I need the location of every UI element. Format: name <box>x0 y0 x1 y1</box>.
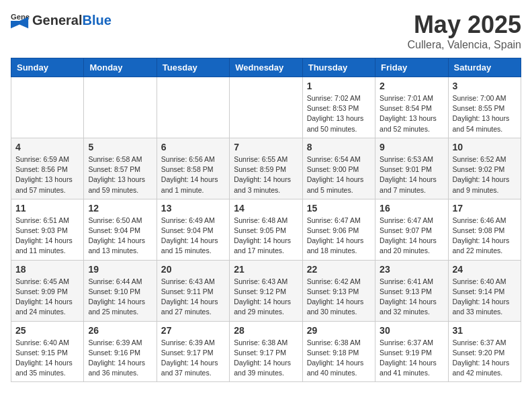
logo-general-text: General <box>32 13 82 28</box>
day-number: 15 <box>307 203 371 214</box>
day-number: 8 <box>307 142 371 152</box>
weekday-header-thursday: Thursday <box>302 58 375 77</box>
location-subtitle: Cullera, Valencia, Spain <box>407 39 521 51</box>
day-info: Sunrise: 6:39 AMSunset: 9:16 PMDaylight:… <box>88 338 152 379</box>
calendar-cell: 25Sunrise: 6:40 AMSunset: 9:15 PMDayligh… <box>11 321 84 382</box>
day-number: 20 <box>161 264 225 275</box>
weekday-header-wednesday: Wednesday <box>230 58 302 77</box>
calendar-cell: 1Sunrise: 7:02 AMSunset: 8:53 PMDaylight… <box>302 77 375 138</box>
calendar-cell: 27Sunrise: 6:39 AMSunset: 9:17 PMDayligh… <box>157 321 229 382</box>
calendar-cell: 10Sunrise: 6:52 AMSunset: 9:02 PMDayligh… <box>448 138 521 199</box>
day-info: Sunrise: 7:00 AMSunset: 8:55 PMDaylight:… <box>453 93 517 134</box>
day-number: 29 <box>307 325 371 336</box>
day-number: 22 <box>307 264 371 275</box>
calendar-cell <box>84 77 157 138</box>
calendar-cell: 17Sunrise: 6:46 AMSunset: 9:08 PMDayligh… <box>448 199 521 260</box>
day-info: Sunrise: 6:41 AMSunset: 9:13 PMDaylight:… <box>380 277 443 318</box>
day-info: Sunrise: 6:47 AMSunset: 9:07 PMDaylight:… <box>380 216 443 257</box>
day-info: Sunrise: 6:44 AMSunset: 9:10 PMDaylight:… <box>88 277 152 318</box>
day-info: Sunrise: 6:45 AMSunset: 9:09 PMDaylight:… <box>15 277 79 318</box>
calendar-cell: 31Sunrise: 6:37 AMSunset: 9:20 PMDayligh… <box>448 321 521 382</box>
calendar-cell: 4Sunrise: 6:59 AMSunset: 8:56 PMDaylight… <box>11 138 84 199</box>
day-info: Sunrise: 6:37 AMSunset: 9:19 PMDaylight:… <box>380 338 443 379</box>
day-info: Sunrise: 6:55 AMSunset: 8:59 PMDaylight:… <box>234 154 298 195</box>
calendar-cell: 9Sunrise: 6:53 AMSunset: 9:01 PMDaylight… <box>375 138 448 199</box>
day-number: 5 <box>88 142 152 152</box>
day-number: 18 <box>15 264 79 275</box>
day-number: 28 <box>234 325 298 336</box>
calendar-cell: 29Sunrise: 6:38 AMSunset: 9:18 PMDayligh… <box>302 321 375 382</box>
day-number: 25 <box>15 325 79 336</box>
day-info: Sunrise: 7:02 AMSunset: 8:53 PMDaylight:… <box>307 93 371 134</box>
calendar-table: SundayMondayTuesdayWednesdayThursdayFrid… <box>11 58 521 382</box>
day-number: 9 <box>380 142 443 152</box>
header: General General Blue May 2025 Cullera, V… <box>11 11 521 51</box>
day-number: 13 <box>161 203 225 214</box>
calendar-cell: 23Sunrise: 6:41 AMSunset: 9:13 PMDayligh… <box>375 260 448 321</box>
calendar-week-row: 4Sunrise: 6:59 AMSunset: 8:56 PMDaylight… <box>11 138 521 199</box>
day-info: Sunrise: 6:56 AMSunset: 8:58 PMDaylight:… <box>161 154 225 195</box>
calendar-cell: 7Sunrise: 6:55 AMSunset: 8:59 PMDaylight… <box>230 138 302 199</box>
day-info: Sunrise: 6:37 AMSunset: 9:20 PMDaylight:… <box>453 338 517 379</box>
day-info: Sunrise: 6:48 AMSunset: 9:05 PMDaylight:… <box>234 216 298 257</box>
calendar-cell <box>230 77 302 138</box>
day-number: 19 <box>88 264 152 275</box>
day-number: 26 <box>88 325 152 336</box>
calendar-cell: 12Sunrise: 6:50 AMSunset: 9:04 PMDayligh… <box>84 199 157 260</box>
calendar-week-row: 25Sunrise: 6:40 AMSunset: 9:15 PMDayligh… <box>11 321 521 382</box>
calendar-week-row: 18Sunrise: 6:45 AMSunset: 9:09 PMDayligh… <box>11 260 521 321</box>
day-number: 21 <box>234 264 298 275</box>
calendar-cell: 2Sunrise: 7:01 AMSunset: 8:54 PMDaylight… <box>375 77 448 138</box>
calendar-cell: 8Sunrise: 6:54 AMSunset: 9:00 PMDaylight… <box>302 138 375 199</box>
day-info: Sunrise: 6:40 AMSunset: 9:14 PMDaylight:… <box>453 277 517 318</box>
calendar-cell <box>11 77 84 138</box>
calendar-cell: 21Sunrise: 6:43 AMSunset: 9:12 PMDayligh… <box>230 260 302 321</box>
calendar-cell: 14Sunrise: 6:48 AMSunset: 9:05 PMDayligh… <box>230 199 302 260</box>
day-number: 23 <box>380 264 443 275</box>
day-info: Sunrise: 6:39 AMSunset: 9:17 PMDaylight:… <box>161 338 225 379</box>
calendar-cell: 28Sunrise: 6:38 AMSunset: 9:17 PMDayligh… <box>230 321 302 382</box>
day-info: Sunrise: 6:51 AMSunset: 9:03 PMDaylight:… <box>15 216 79 257</box>
day-info: Sunrise: 6:38 AMSunset: 9:17 PMDaylight:… <box>234 338 298 379</box>
calendar-cell: 19Sunrise: 6:44 AMSunset: 9:10 PMDayligh… <box>84 260 157 321</box>
weekday-header-monday: Monday <box>84 58 157 77</box>
logo: General General Blue <box>11 11 112 30</box>
day-info: Sunrise: 6:42 AMSunset: 9:13 PMDaylight:… <box>307 277 371 318</box>
day-info: Sunrise: 6:43 AMSunset: 9:11 PMDaylight:… <box>161 277 225 318</box>
day-number: 17 <box>453 203 517 214</box>
day-number: 3 <box>453 81 517 91</box>
calendar-week-row: 1Sunrise: 7:02 AMSunset: 8:53 PMDaylight… <box>11 77 521 138</box>
day-number: 24 <box>453 264 517 275</box>
day-info: Sunrise: 6:54 AMSunset: 9:00 PMDaylight:… <box>307 154 371 195</box>
calendar-cell <box>157 77 229 138</box>
svg-marker-1 <box>11 21 28 28</box>
day-info: Sunrise: 6:46 AMSunset: 9:08 PMDaylight:… <box>453 216 517 257</box>
calendar-week-row: 11Sunrise: 6:51 AMSunset: 9:03 PMDayligh… <box>11 199 521 260</box>
calendar-cell: 6Sunrise: 6:56 AMSunset: 8:58 PMDaylight… <box>157 138 229 199</box>
calendar-cell: 20Sunrise: 6:43 AMSunset: 9:11 PMDayligh… <box>157 260 229 321</box>
month-title: May 2025 <box>407 11 521 39</box>
calendar-cell: 26Sunrise: 6:39 AMSunset: 9:16 PMDayligh… <box>84 321 157 382</box>
calendar-cell: 13Sunrise: 6:49 AMSunset: 9:04 PMDayligh… <box>157 199 229 260</box>
day-number: 1 <box>307 81 371 91</box>
day-info: Sunrise: 7:01 AMSunset: 8:54 PMDaylight:… <box>380 93 443 134</box>
day-number: 14 <box>234 203 298 214</box>
day-number: 27 <box>161 325 225 336</box>
day-info: Sunrise: 6:43 AMSunset: 9:12 PMDaylight:… <box>234 277 298 318</box>
weekday-header-sunday: Sunday <box>11 58 84 77</box>
day-number: 16 <box>380 203 443 214</box>
day-number: 10 <box>453 142 517 152</box>
day-info: Sunrise: 6:47 AMSunset: 9:06 PMDaylight:… <box>307 216 371 257</box>
weekday-header-friday: Friday <box>375 58 448 77</box>
day-number: 30 <box>380 325 443 336</box>
day-info: Sunrise: 6:38 AMSunset: 9:18 PMDaylight:… <box>307 338 371 379</box>
day-number: 2 <box>380 81 443 91</box>
weekday-header-saturday: Saturday <box>448 58 521 77</box>
calendar-cell: 18Sunrise: 6:45 AMSunset: 9:09 PMDayligh… <box>11 260 84 321</box>
day-info: Sunrise: 6:40 AMSunset: 9:15 PMDaylight:… <box>15 338 79 379</box>
day-number: 11 <box>15 203 79 214</box>
day-info: Sunrise: 6:49 AMSunset: 9:04 PMDaylight:… <box>161 216 225 257</box>
day-number: 12 <box>88 203 152 214</box>
day-number: 6 <box>161 142 225 152</box>
calendar-cell: 16Sunrise: 6:47 AMSunset: 9:07 PMDayligh… <box>375 199 448 260</box>
